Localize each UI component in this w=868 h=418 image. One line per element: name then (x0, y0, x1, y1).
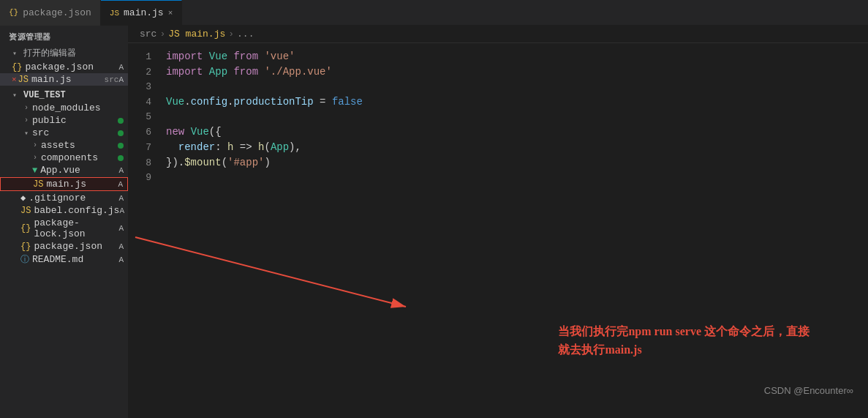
line-content: new Vue({ (163, 124, 868, 139)
folder-name: node_modules (32, 102, 128, 113)
line-content: import App from './App.vue' (163, 64, 868, 79)
annotation-text: 当我们执行完npm run serve 这个命令之后，直接 就去执行main.j… (558, 322, 809, 359)
file-name: .gitignore (29, 193, 118, 204)
tab-package-json[interactable]: {} package.json (0, 0, 101, 26)
line-number: 3 (128, 80, 163, 94)
code-line-3: 3 (128, 80, 868, 94)
sidebar-item-components[interactable]: components (0, 152, 128, 164)
modified-dot (118, 143, 124, 149)
project-arrow[interactable] (9, 91, 20, 100)
file-name: App.vue (40, 165, 118, 176)
sidebar-item-src[interactable]: src (0, 127, 128, 139)
file-name: package.json (34, 241, 118, 252)
project-label: VUE_TEST (0, 89, 128, 102)
open-editors-arrow[interactable] (9, 49, 20, 58)
code-editor[interactable]: 1 import Vue from 'vue' 2 import App fro… (128, 43, 868, 418)
json-icon: {} (12, 62, 22, 72)
tab-label: main.js (124, 7, 164, 18)
file-badge: A (118, 75, 128, 84)
folder-arrow[interactable] (29, 154, 41, 162)
content-area: src › JS main.js › ... 1 import Vue from… (128, 26, 868, 418)
folder-arrow[interactable] (29, 141, 41, 149)
file-src-label: src (105, 75, 119, 84)
breadcrumb-dots: ... (237, 29, 254, 40)
sidebar-item-package-json[interactable]: {} package.json A (0, 240, 128, 253)
line-number: 7 (128, 141, 163, 155)
sidebar-item-gitignore[interactable]: ◆ .gitignore A (0, 192, 128, 204)
line-number: 2 (128, 65, 163, 80)
modified-dot (118, 118, 124, 124)
code-line-1: 1 import Vue from 'vue' (128, 49, 868, 64)
line-number: 6 (128, 125, 163, 140)
breadcrumb-main-js: JS main.js (168, 29, 225, 40)
folder-arrow[interactable] (20, 104, 32, 112)
line-number: 4 (128, 95, 163, 110)
file-badge: A (118, 224, 128, 233)
sidebar-item-app-vue[interactable]: ▼ App.vue A (0, 164, 128, 176)
close-icon[interactable]: × (12, 75, 17, 84)
csdn-watermark: CSDN @Encounter∞ (764, 385, 853, 396)
svg-line-1 (135, 237, 406, 307)
line-content: Vue.config.productionTip = false (163, 94, 868, 109)
file-badge: A (118, 63, 128, 72)
git-icon: ◆ (20, 193, 26, 204)
open-file-main-js[interactable]: × JS main.js src A (0, 73, 128, 86)
vue-icon: ▼ (32, 165, 37, 176)
sidebar-item-main-js[interactable]: JS main.js A (0, 177, 128, 191)
sidebar-item-babel[interactable]: JS babel.config.js A (0, 204, 128, 217)
file-badge: A (118, 180, 127, 189)
file-name: babel.config.js (34, 205, 119, 216)
main-layout: 资源管理器 打开的编辑器 {} package.json A × JS main… (0, 26, 868, 418)
folder-arrow[interactable] (20, 129, 32, 138)
open-file-package-json[interactable]: {} package.json A (0, 61, 128, 73)
code-line-6: 6 new Vue({ (128, 124, 868, 140)
sidebar-item-assets[interactable]: assets (0, 139, 128, 152)
close-icon[interactable]: × (168, 9, 173, 18)
file-name: README.md (32, 254, 118, 265)
sidebar: 资源管理器 打开的编辑器 {} package.json A × JS main… (0, 26, 128, 418)
js-icon: JS (18, 75, 29, 85)
folder-name: assets (41, 140, 118, 151)
sidebar-item-node-modules[interactable]: node_modules (0, 102, 128, 114)
line-content: }).$mount('#app') (163, 155, 868, 170)
js-icon: JS (110, 9, 119, 18)
code-line-9: 9 (128, 171, 868, 185)
sidebar-item-public[interactable]: public (0, 114, 128, 127)
open-editors-label: 打开的编辑器 (0, 45, 128, 61)
code-line-4: 4 Vue.config.productionTip = false (128, 94, 868, 110)
folder-arrow[interactable] (20, 116, 32, 124)
js-icon: JS (20, 206, 31, 216)
tab-main-js[interactable]: JS main.js × (101, 0, 182, 26)
file-badge: A (118, 194, 128, 203)
info-icon: ⓘ (20, 253, 29, 266)
sidebar-item-readme[interactable]: ⓘ README.md A (0, 253, 128, 266)
sidebar-item-package-lock[interactable]: {} package-lock.json A (0, 217, 128, 240)
code-line-2: 2 import App from './App.vue' (128, 64, 868, 80)
json-icon: {} (9, 8, 18, 17)
sidebar-title: 资源管理器 (0, 26, 128, 45)
folder-name: src (32, 127, 118, 138)
file-name: package-lock.json (34, 217, 118, 239)
code-line-5: 5 (128, 110, 868, 124)
code-line-7: 7 render: h => h(App), (128, 140, 868, 155)
tab-label: package.json (23, 7, 91, 18)
breadcrumb-sep: › (159, 29, 165, 40)
file-badge: A (119, 206, 128, 215)
folder-name: components (41, 152, 118, 163)
line-content: import Vue from 'vue' (163, 49, 868, 64)
breadcrumb-src: src (140, 29, 156, 40)
breadcrumb: src › JS main.js › ... (128, 26, 868, 43)
tab-bar: {} package.json JS main.js × (0, 0, 868, 26)
code-line-8: 8 }).$mount('#app') (128, 155, 868, 171)
file-badge: A (118, 255, 128, 264)
line-content: render: h => h(App), (163, 140, 868, 154)
line-number: 1 (128, 50, 163, 64)
json-icon: {} (20, 223, 31, 234)
line-number: 9 (128, 171, 163, 185)
modified-dot (118, 155, 124, 161)
folder-name: public (32, 115, 118, 126)
file-name: package.json (25, 61, 118, 72)
line-number: 8 (128, 156, 163, 171)
file-badge: A (118, 242, 128, 251)
file-badge: A (118, 166, 128, 175)
